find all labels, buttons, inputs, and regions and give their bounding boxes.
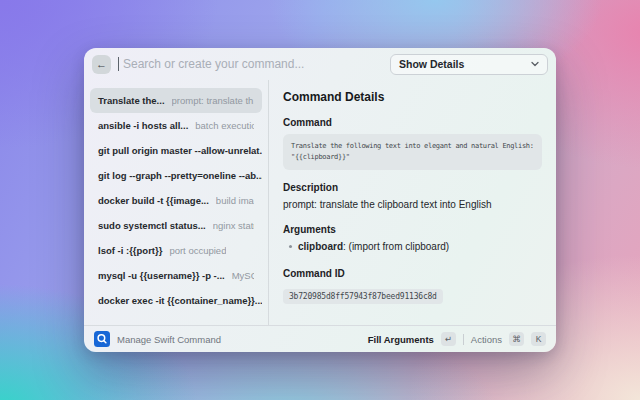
k-key-icon: K xyxy=(531,332,546,346)
argument-value: : (import from clipboard) xyxy=(343,241,449,252)
list-item-description: prompt: translate th... xyxy=(172,95,254,106)
chevron-down-icon xyxy=(531,61,539,67)
list-item[interactable]: git log --graph --pretty=oneline --ab... xyxy=(90,163,262,188)
back-button[interactable]: ← xyxy=(92,55,111,74)
list-item[interactable]: Translate the... prompt: translate th... xyxy=(90,88,262,113)
command-code-block: Translate the following text into elegan… xyxy=(283,134,542,170)
list-item-command: sudo systemctl status... xyxy=(98,220,206,231)
list-item-command: Translate the... xyxy=(98,95,165,106)
list-item[interactable]: mysql -u {{username}} -p -... MySQL xyxy=(90,263,262,288)
show-details-label: Show Details xyxy=(399,58,464,70)
app-logo-icon xyxy=(94,331,110,347)
actions-button[interactable]: Actions xyxy=(471,334,502,345)
description-text: prompt: translate the clipboard text int… xyxy=(283,199,542,210)
search-input[interactable] xyxy=(121,56,390,72)
list-item[interactable]: lsof -i :{{port}} port occupied xyxy=(90,238,262,263)
window-body: Translate the... prompt: translate th...… xyxy=(84,80,556,325)
details-title: Command Details xyxy=(283,90,542,104)
show-details-dropdown[interactable]: Show Details xyxy=(390,54,548,75)
command-id-section-label: Command ID xyxy=(283,268,542,279)
text-caret xyxy=(118,57,119,71)
command-key-icon: ⌘ xyxy=(509,332,524,346)
list-item[interactable]: docker exec -it {{container_name}}... xyxy=(90,288,262,313)
command-id-value: 3b720985d8ff57943f87beed91136c8d xyxy=(283,289,443,304)
footer-separator xyxy=(463,334,464,345)
list-item[interactable]: sudo systemctl status... nginx status xyxy=(90,213,262,238)
list-item-command: docker build -t {{image... xyxy=(98,195,209,206)
list-item-description: batch execution xyxy=(195,120,254,131)
app-name-label: Manage Swift Command xyxy=(117,334,221,345)
list-item-description: port occupied xyxy=(169,245,226,256)
fill-arguments-button[interactable]: Fill Arguments xyxy=(368,334,434,345)
search-bar: ← Show Details xyxy=(84,48,556,80)
enter-key-icon: ↵ xyxy=(441,332,456,346)
argument-item: clipboard : (import from clipboard) xyxy=(289,241,542,252)
list-item[interactable]: git pull origin master --allow-unrelat..… xyxy=(90,138,262,163)
argument-name: clipboard xyxy=(298,241,343,252)
footer-bar: Manage Swift Command Fill Arguments ↵ Ac… xyxy=(84,325,556,352)
command-section-label: Command xyxy=(283,117,542,128)
list-item-description: build image xyxy=(216,195,254,206)
list-item-command: git log --graph --pretty=oneline --ab... xyxy=(98,170,262,181)
command-details-pane: Command Details Command Translate the fo… xyxy=(269,80,556,325)
list-item-command: git pull origin master --allow-unrelat..… xyxy=(98,145,262,156)
list-item-command: mysql -u {{username}} -p -... xyxy=(98,270,225,281)
arguments-section-label: Arguments xyxy=(283,224,542,235)
list-item-command: lsof -i :{{port}} xyxy=(98,245,162,256)
list-item-command: docker exec -it {{container_name}}... xyxy=(98,295,262,306)
back-arrow-icon: ← xyxy=(96,59,107,70)
list-item-description: MySQL xyxy=(232,270,254,281)
list-item[interactable]: ansible -i hosts all... batch execution xyxy=(90,113,262,138)
swift-command-window: ← Show Details Translate the... prompt: … xyxy=(84,48,556,352)
list-item-command: ansible -i hosts all... xyxy=(98,120,188,131)
bullet-icon xyxy=(289,245,292,248)
description-section-label: Description xyxy=(283,182,542,193)
command-list: Translate the... prompt: translate th...… xyxy=(84,80,268,325)
list-item[interactable]: docker build -t {{image... build image xyxy=(90,188,262,213)
list-item-description: nginx status xyxy=(213,220,254,231)
